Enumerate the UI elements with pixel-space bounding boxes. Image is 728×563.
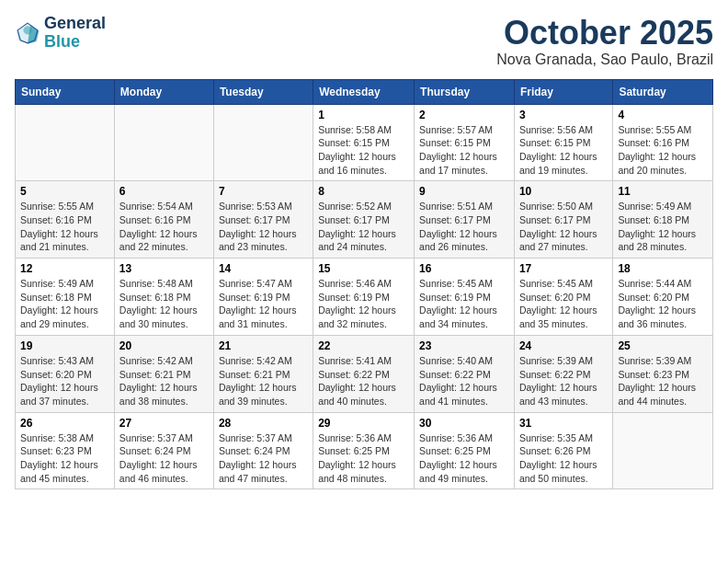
calendar-cell [613,412,713,489]
calendar-cell: 28Sunrise: 5:37 AM Sunset: 6:24 PM Dayli… [213,412,313,489]
day-info: Sunrise: 5:45 AM Sunset: 6:19 PM Dayligh… [419,277,509,331]
day-info: Sunrise: 5:37 AM Sunset: 6:24 PM Dayligh… [219,431,308,486]
calendar-cell: 17Sunrise: 5:45 AM Sunset: 6:20 PM Dayli… [514,259,612,336]
calendar-week-row: 26Sunrise: 5:38 AM Sunset: 6:23 PM Dayli… [16,412,713,489]
day-number: 27 [119,417,209,430]
day-number: 2 [419,109,509,121]
calendar-cell: 25Sunrise: 5:39 AM Sunset: 6:23 PM Dayli… [613,335,713,412]
calendar-cell: 6Sunrise: 5:54 AM Sunset: 6:16 PM Daylig… [114,181,213,259]
calendar-cell: 21Sunrise: 5:42 AM Sunset: 6:21 PM Dayli… [213,335,313,412]
calendar-cell: 22Sunrise: 5:41 AM Sunset: 6:22 PM Dayli… [313,335,415,412]
day-number: 7 [219,185,308,198]
day-number: 20 [119,339,209,352]
calendar-cell [213,104,313,181]
calendar-cell: 7Sunrise: 5:53 AM Sunset: 6:17 PM Daylig… [213,181,313,259]
day-number: 16 [419,262,509,275]
calendar-subtitle: Nova Granada, Sao Paulo, Brazil [496,52,713,68]
day-number: 23 [419,339,509,352]
day-number: 19 [20,339,109,352]
calendar-cell: 29Sunrise: 5:36 AM Sunset: 6:25 PM Dayli… [313,412,415,489]
calendar-cell: 4Sunrise: 5:55 AM Sunset: 6:16 PM Daylig… [613,104,713,181]
day-info: Sunrise: 5:39 AM Sunset: 6:23 PM Dayligh… [618,354,708,408]
day-number: 1 [318,109,409,121]
weekday-header-saturday: Saturday [613,79,713,104]
day-number: 8 [318,185,409,198]
day-number: 26 [20,417,109,430]
day-number: 9 [419,185,509,198]
day-info: Sunrise: 5:44 AM Sunset: 6:20 PM Dayligh… [618,277,708,331]
calendar-cell: 10Sunrise: 5:50 AM Sunset: 6:17 PM Dayli… [514,181,612,259]
weekday-header-wednesday: Wednesday [313,79,415,104]
calendar-cell: 9Sunrise: 5:51 AM Sunset: 6:17 PM Daylig… [415,181,515,259]
calendar-cell: 5Sunrise: 5:55 AM Sunset: 6:16 PM Daylig… [16,181,115,259]
day-number: 12 [20,262,109,275]
day-number: 15 [318,262,409,275]
calendar-week-row: 1Sunrise: 5:58 AM Sunset: 6:15 PM Daylig… [16,104,713,181]
day-number: 4 [618,109,708,121]
calendar-cell: 13Sunrise: 5:48 AM Sunset: 6:18 PM Dayli… [114,259,213,336]
day-number: 28 [219,417,308,430]
logo-text: General Blue [44,15,106,52]
day-number: 17 [519,262,608,275]
day-info: Sunrise: 5:52 AM Sunset: 6:17 PM Dayligh… [318,200,409,254]
day-number: 24 [519,339,608,352]
day-info: Sunrise: 5:47 AM Sunset: 6:19 PM Dayligh… [219,277,308,331]
calendar-cell [114,104,213,181]
day-info: Sunrise: 5:49 AM Sunset: 6:18 PM Dayligh… [618,200,708,254]
calendar-cell: 23Sunrise: 5:40 AM Sunset: 6:22 PM Dayli… [415,335,515,412]
day-number: 30 [419,417,509,430]
day-info: Sunrise: 5:38 AM Sunset: 6:23 PM Dayligh… [20,431,109,486]
logo-icon [15,20,40,46]
calendar-cell: 19Sunrise: 5:43 AM Sunset: 6:20 PM Dayli… [16,335,115,412]
weekday-header-friday: Friday [514,79,612,104]
weekday-header-monday: Monday [114,79,213,104]
day-info: Sunrise: 5:39 AM Sunset: 6:22 PM Dayligh… [519,354,608,408]
day-number: 10 [519,185,608,198]
calendar-cell: 26Sunrise: 5:38 AM Sunset: 6:23 PM Dayli… [16,412,115,489]
day-number: 5 [20,185,109,198]
day-info: Sunrise: 5:57 AM Sunset: 6:15 PM Dayligh… [419,123,509,178]
calendar-cell: 8Sunrise: 5:52 AM Sunset: 6:17 PM Daylig… [313,181,415,259]
day-info: Sunrise: 5:45 AM Sunset: 6:20 PM Dayligh… [519,277,608,331]
day-info: Sunrise: 5:36 AM Sunset: 6:25 PM Dayligh… [318,431,409,486]
page-header: General Blue October 2025 Nova Granada, … [15,15,713,68]
calendar-cell: 27Sunrise: 5:37 AM Sunset: 6:24 PM Dayli… [114,412,213,489]
calendar-cell: 2Sunrise: 5:57 AM Sunset: 6:15 PM Daylig… [415,104,515,181]
weekday-header-tuesday: Tuesday [213,79,313,104]
day-info: Sunrise: 5:35 AM Sunset: 6:26 PM Dayligh… [519,431,608,486]
day-info: Sunrise: 5:54 AM Sunset: 6:16 PM Dayligh… [119,200,209,254]
calendar-table: SundayMondayTuesdayWednesdayThursdayFrid… [15,79,713,490]
weekday-header-row: SundayMondayTuesdayWednesdayThursdayFrid… [16,79,713,104]
logo-line2: Blue [44,33,106,52]
title-block: October 2025 Nova Granada, Sao Paulo, Br… [496,15,713,68]
day-number: 18 [618,262,708,275]
calendar-cell: 11Sunrise: 5:49 AM Sunset: 6:18 PM Dayli… [613,181,713,259]
day-info: Sunrise: 5:42 AM Sunset: 6:21 PM Dayligh… [219,354,308,408]
day-info: Sunrise: 5:50 AM Sunset: 6:17 PM Dayligh… [519,200,608,254]
day-info: Sunrise: 5:53 AM Sunset: 6:17 PM Dayligh… [219,200,308,254]
day-info: Sunrise: 5:55 AM Sunset: 6:16 PM Dayligh… [20,200,109,254]
calendar-cell: 12Sunrise: 5:49 AM Sunset: 6:18 PM Dayli… [16,259,115,336]
calendar-cell: 14Sunrise: 5:47 AM Sunset: 6:19 PM Dayli… [213,259,313,336]
weekday-header-sunday: Sunday [16,79,115,104]
day-info: Sunrise: 5:56 AM Sunset: 6:15 PM Dayligh… [519,123,608,178]
calendar-cell: 3Sunrise: 5:56 AM Sunset: 6:15 PM Daylig… [514,104,612,181]
logo: General Blue [15,15,106,52]
day-info: Sunrise: 5:37 AM Sunset: 6:24 PM Dayligh… [119,431,209,486]
calendar-cell: 31Sunrise: 5:35 AM Sunset: 6:26 PM Dayli… [514,412,612,489]
day-info: Sunrise: 5:43 AM Sunset: 6:20 PM Dayligh… [20,354,109,408]
day-number: 25 [618,339,708,352]
day-number: 6 [119,185,209,198]
calendar-cell: 15Sunrise: 5:46 AM Sunset: 6:19 PM Dayli… [313,259,415,336]
day-info: Sunrise: 5:51 AM Sunset: 6:17 PM Dayligh… [419,200,509,254]
calendar-cell: 24Sunrise: 5:39 AM Sunset: 6:22 PM Dayli… [514,335,612,412]
day-number: 13 [119,262,209,275]
day-info: Sunrise: 5:42 AM Sunset: 6:21 PM Dayligh… [119,354,209,408]
calendar-cell: 16Sunrise: 5:45 AM Sunset: 6:19 PM Dayli… [415,259,515,336]
day-number: 29 [318,417,409,430]
calendar-title: October 2025 [496,15,713,52]
day-info: Sunrise: 5:36 AM Sunset: 6:25 PM Dayligh… [419,431,509,486]
calendar-cell: 30Sunrise: 5:36 AM Sunset: 6:25 PM Dayli… [415,412,515,489]
calendar-week-row: 19Sunrise: 5:43 AM Sunset: 6:20 PM Dayli… [16,335,713,412]
day-info: Sunrise: 5:40 AM Sunset: 6:22 PM Dayligh… [419,354,509,408]
